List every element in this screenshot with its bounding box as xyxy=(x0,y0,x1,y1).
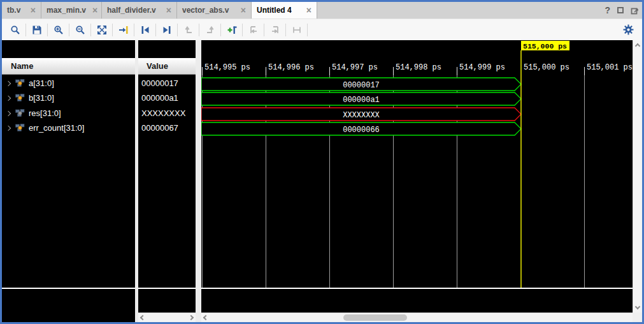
svg-text:515,000 ps: 515,000 ps xyxy=(524,63,569,72)
svg-text:514,997 ps: 514,997 ps xyxy=(332,63,378,72)
tab-untitled-4[interactable]: Untitled 4 × xyxy=(252,2,317,18)
zoom-out-icon[interactable] xyxy=(71,22,89,38)
wave-horizontal-scrollbar[interactable] xyxy=(201,313,642,322)
waveform-toolbar xyxy=(2,18,642,40)
float-window-icon[interactable] xyxy=(631,6,639,15)
toolbar-separator xyxy=(112,24,113,36)
tab-label: max_min.v xyxy=(47,6,86,15)
toolbar-separator xyxy=(307,24,308,36)
toolbar-separator xyxy=(264,24,264,36)
maximize-icon[interactable] xyxy=(617,7,624,13)
waveform-drawing: 514,995 ps 514,996 ps 514,997 ps 514,998… xyxy=(201,40,633,313)
svg-text:514,996 ps: 514,996 ps xyxy=(268,63,314,72)
close-icon[interactable]: × xyxy=(86,5,97,15)
scrollbar-thumb[interactable] xyxy=(343,314,407,321)
tab-label: vector_abs.v xyxy=(182,6,229,15)
scroll-down-icon[interactable] xyxy=(635,304,640,309)
grid-lines xyxy=(203,75,585,288)
scroll-up-icon[interactable] xyxy=(635,43,640,48)
tab-max-min-v[interactable]: max_min.v × xyxy=(41,2,102,18)
signal-row-a[interactable]: a[31:0] xyxy=(2,76,135,91)
next-transition-icon[interactable] xyxy=(158,22,175,38)
signal-row-res[interactable]: res[31:0] xyxy=(2,106,135,121)
signal-name: b[31:0] xyxy=(29,93,54,103)
close-icon[interactable]: × xyxy=(234,5,246,15)
toolbar-separator xyxy=(69,24,69,36)
wave-value-err-count: 00000066 xyxy=(343,126,380,135)
signal-row-err-count[interactable]: err_count[31:0] xyxy=(2,121,135,135)
snap-to-next-edge-icon[interactable] xyxy=(266,22,283,38)
tab-half-divider-v[interactable]: half_divider.v × xyxy=(102,2,177,18)
tab-label: Untitled 4 xyxy=(257,6,292,15)
tab-vector-abs-v[interactable]: vector_abs.v × xyxy=(177,2,252,18)
go-to-cursor-icon[interactable] xyxy=(115,22,132,38)
next-marker-icon[interactable] xyxy=(201,22,218,38)
wave-value-b: 000000a1 xyxy=(343,96,380,105)
svg-text:515,001 ps: 515,001 ps xyxy=(587,63,633,72)
toolbar-separator xyxy=(25,24,26,36)
toolbar-separator xyxy=(242,24,243,36)
add-marker-icon[interactable] xyxy=(223,22,240,38)
svg-text:514,995 ps: 514,995 ps xyxy=(204,63,250,72)
expand-chevron-icon[interactable] xyxy=(6,125,11,130)
bus-signal-icon xyxy=(15,94,25,102)
scroll-left-icon[interactable] xyxy=(203,315,208,320)
svg-text:514,998 ps: 514,998 ps xyxy=(396,63,441,72)
scroll-right-icon[interactable] xyxy=(189,315,194,320)
toolbar-separator xyxy=(134,24,134,36)
scrollbar-corner xyxy=(633,313,642,322)
expand-chevron-icon[interactable] xyxy=(6,110,11,115)
tab-label: tb.v xyxy=(7,6,20,15)
snap-to-previous-edge-icon[interactable] xyxy=(245,22,262,38)
tab-label: half_divider.v xyxy=(107,6,156,15)
bus-signal-icon xyxy=(15,79,25,87)
toolbar-separator xyxy=(177,24,178,36)
expand-chevron-icon[interactable] xyxy=(6,95,11,100)
signal-name: err_count[31:0] xyxy=(29,123,84,133)
panel-separator-line xyxy=(201,288,633,289)
close-icon[interactable]: × xyxy=(160,5,171,15)
toolbar-separator xyxy=(220,24,221,36)
zoom-in-icon[interactable] xyxy=(50,22,67,38)
close-icon[interactable]: × xyxy=(300,5,311,15)
bus-waveforms: 00000017 000000a1 XXXXXXXX 00000066 xyxy=(201,78,521,135)
values-horizontal-scrollbar[interactable] xyxy=(138,313,196,322)
toolbar-separator xyxy=(47,24,48,36)
previous-transition-icon[interactable] xyxy=(136,22,154,38)
previous-marker-icon[interactable] xyxy=(180,22,197,38)
signal-row-b[interactable]: b[31:0] xyxy=(2,91,135,105)
time-ruler[interactable]: 514,995 ps 514,996 ps 514,997 ps 514,998… xyxy=(204,63,633,72)
waveform-canvas[interactable]: 514,995 ps 514,996 ps 514,997 ps 514,998… xyxy=(201,40,633,322)
column-splitter[interactable] xyxy=(196,40,201,322)
signal-values-panel: Value 00000017 000000a1 XXXXXXXX 0000006… xyxy=(138,40,196,322)
tab-bar: tb.v × max_min.v × half_divider.v × vect… xyxy=(2,2,642,18)
help-icon[interactable]: ? xyxy=(605,5,610,15)
signal-value: 00000067 xyxy=(141,121,178,135)
settings-gear-icon[interactable] xyxy=(620,21,636,38)
wave-vertical-scrollbar[interactable] xyxy=(633,40,642,313)
save-icon[interactable] xyxy=(28,22,45,38)
toolbar-separator xyxy=(285,24,286,36)
signal-names-panel: Name a[31:0] b[31:0] res[31:0] xyxy=(2,40,135,322)
bus-signal-icon xyxy=(15,124,25,132)
signal-name: a[31:0] xyxy=(29,78,54,88)
toolbar-separator xyxy=(90,24,91,36)
scroll-left-icon[interactable] xyxy=(140,315,145,320)
signal-value: XXXXXXXX xyxy=(141,106,185,121)
measure-time-icon[interactable] xyxy=(288,22,305,38)
signal-value: 00000017 xyxy=(141,76,178,91)
signal-value: 000000a1 xyxy=(141,91,178,105)
name-column-header: Name xyxy=(2,58,135,75)
search-icon[interactable] xyxy=(6,22,24,38)
value-column-header: Value xyxy=(138,58,196,75)
tab-tb-v[interactable]: tb.v × xyxy=(2,2,41,18)
expand-chevron-icon[interactable] xyxy=(6,80,11,85)
toolbar-separator xyxy=(199,24,199,36)
cursor-time-label: 515,000 ps xyxy=(523,42,567,50)
panel-separator-line xyxy=(138,288,196,289)
zoom-fit-icon[interactable] xyxy=(93,22,110,38)
wave-value-res: XXXXXXXX xyxy=(343,111,380,120)
bus-signal-icon xyxy=(15,109,25,117)
close-icon[interactable]: × xyxy=(24,5,36,15)
svg-text:514,999 ps: 514,999 ps xyxy=(459,63,505,72)
